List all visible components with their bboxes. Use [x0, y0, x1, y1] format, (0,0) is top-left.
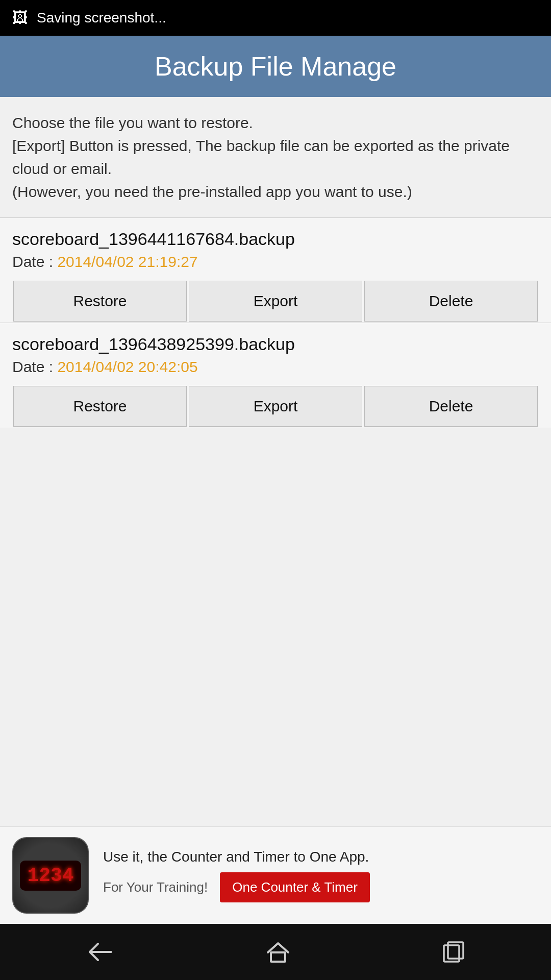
ad-main-text: Use it, the Counter and Timer to One App…: [103, 849, 539, 865]
ad-sub-row: For Your Training! One Counter & Timer: [103, 872, 539, 902]
screenshot-icon: 🖼: [12, 9, 28, 27]
page-title: Backup File Manage: [10, 51, 541, 82]
back-button[interactable]: [82, 937, 118, 967]
backup-item-1: scoreboard_1396441167684.backup Date : 2…: [0, 218, 551, 323]
recents-icon: [443, 941, 464, 963]
backup-buttons-2: Restore Export Delete: [12, 385, 539, 428]
ad-sub-text: For Your Training!: [103, 879, 208, 895]
ad-text-section: Use it, the Counter and Timer to One App…: [103, 849, 539, 902]
restore-button-2[interactable]: Restore: [13, 386, 187, 427]
ad-banner: 1234 Use it, the Counter and Timer to On…: [0, 826, 551, 924]
backup-date-value-1: 2014/04/02 21:19:27: [57, 253, 197, 270]
ad-app-icon: 1234: [12, 837, 89, 914]
backup-buttons-1: Restore Export Delete: [12, 280, 539, 323]
delete-button-1[interactable]: Delete: [364, 281, 538, 322]
export-button-1[interactable]: Export: [189, 281, 362, 322]
backup-date-1: Date : 2014/04/02 21:19:27: [12, 253, 539, 271]
empty-space: [0, 428, 551, 826]
export-button-2[interactable]: Export: [189, 386, 362, 427]
main-content: Choose the file you want to restore.[Exp…: [0, 97, 551, 924]
backup-date-value-2: 2014/04/02 20:42:05: [57, 358, 197, 375]
backup-item-2: scoreboard_1396438925399.backup Date : 2…: [0, 323, 551, 428]
restore-button-1[interactable]: Restore: [13, 281, 187, 322]
info-description: Choose the file you want to restore.[Exp…: [12, 114, 510, 200]
backup-date-2: Date : 2014/04/02 20:42:05: [12, 358, 539, 376]
recents-button[interactable]: [438, 936, 469, 968]
back-icon: [87, 942, 113, 962]
nav-bar: [0, 924, 551, 980]
home-icon: [266, 941, 290, 963]
backup-date-label-1: Date :: [12, 253, 57, 270]
info-text: Choose the file you want to restore.[Exp…: [0, 97, 551, 218]
svg-rect-1: [271, 952, 285, 962]
header: Backup File Manage: [0, 36, 551, 97]
backup-filename-1: scoreboard_1396441167684.backup: [12, 229, 539, 249]
delete-button-2[interactable]: Delete: [364, 386, 538, 427]
status-bar: 🖼 Saving screenshot...: [0, 0, 551, 36]
ad-icon-display: 1234: [20, 861, 81, 891]
backup-date-label-2: Date :: [12, 358, 57, 375]
home-button[interactable]: [261, 936, 295, 968]
backup-filename-2: scoreboard_1396438925399.backup: [12, 334, 539, 354]
ad-cta-button[interactable]: One Counter & Timer: [220, 872, 370, 902]
status-text: Saving screenshot...: [37, 10, 166, 26]
